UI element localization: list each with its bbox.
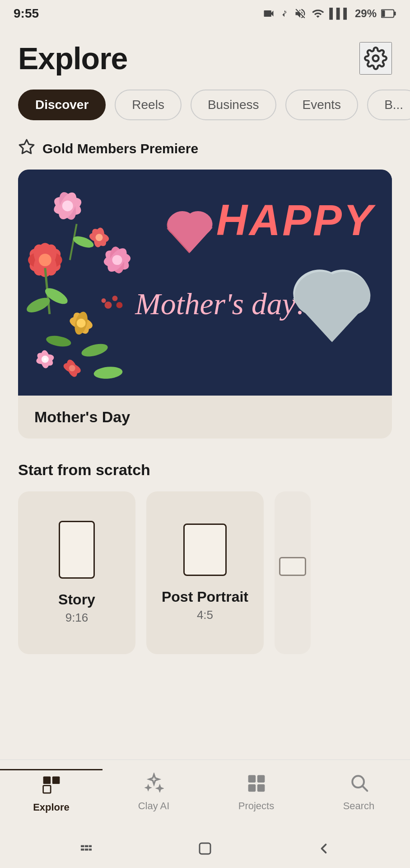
camera-icon [262,7,275,20]
search-icon [349,773,369,797]
tab-business[interactable]: Business [191,90,276,120]
portrait-rect [183,524,227,576]
status-time: 9:55 [14,6,39,21]
svg-text:Mother's day!: Mother's day! [135,287,306,321]
mothers-day-scene: HAPPY Mother's day! [18,170,392,396]
battery-icon [381,8,396,19]
page-title: Explore [18,41,127,76]
wifi-icon [311,7,325,20]
gear-icon [364,47,387,70]
svg-point-34 [102,298,106,303]
gold-section-header: Gold Members Premiere [18,138,392,159]
settings-button[interactable] [359,42,392,75]
system-nav [0,832,410,868]
svg-rect-72 [248,784,256,792]
tab-b[interactable]: B... [367,90,410,120]
back-icon[interactable] [316,840,332,860]
page-header: Explore [18,41,392,76]
svg-marker-4 [19,140,34,153]
scratch-card-story[interactable]: Story 9:16 [18,491,135,654]
portrait-format-icon [183,524,227,576]
svg-rect-67 [43,777,51,784]
svg-rect-76 [81,845,84,847]
tab-events[interactable]: Events [285,90,359,120]
signal-icon: ▌▌▌ [329,8,350,19]
bluetooth-icon [280,7,289,20]
svg-text:HAPPY: HAPPY [216,196,376,244]
svg-rect-73 [257,784,265,792]
svg-point-32 [112,296,117,301]
svg-rect-80 [85,849,89,851]
svg-point-12 [39,254,51,266]
portrait-ratio: 4:5 [197,608,213,622]
featured-card[interactable]: HAPPY Mother's day! [18,170,392,439]
svg-rect-68 [52,777,59,784]
svg-point-3 [373,56,379,61]
story-format-icon [59,521,95,579]
nav-search-label: Search [343,800,375,812]
nav-projects[interactable]: Projects [205,769,308,812]
svg-rect-78 [89,845,92,847]
scratch-card-landscape[interactable] [275,491,311,654]
svg-point-24 [96,234,103,241]
svg-rect-81 [89,849,92,851]
scratch-card-portrait[interactable]: Post Portrait 4:5 [146,491,264,654]
svg-point-20 [62,200,73,211]
story-rect [59,521,95,579]
status-icons: ▌▌▌ 29% [262,7,396,20]
explore-icon [42,774,61,798]
landscape-rect [279,557,306,576]
nav-explore[interactable]: Explore [0,769,102,813]
nav-projects-label: Projects [238,800,274,812]
projects-icon [247,773,266,797]
story-ratio: 9:16 [65,611,89,625]
svg-point-28 [77,319,86,328]
svg-line-75 [363,786,367,791]
menu-icon[interactable] [78,840,94,860]
svg-rect-69 [43,786,51,793]
main-content: Explore Discover Reels Business Events B… [0,27,410,760]
scratch-section-title: Start from scratch [18,461,392,479]
gold-star-icon [18,138,35,159]
nav-clay-ai[interactable]: Clay AI [102,769,205,812]
nav-explore-label: Explore [33,802,70,813]
featured-image: HAPPY Mother's day! [18,170,392,396]
scratch-cards: Story 9:16 Post Portrait 4:5 [18,491,392,654]
svg-point-45 [69,365,75,372]
portrait-label: Post Portrait [162,589,248,605]
svg-rect-77 [85,845,89,847]
status-bar: 9:55 ▌▌▌ 29% [0,0,410,27]
tab-reels[interactable]: Reels [115,90,182,120]
svg-point-31 [105,302,112,309]
clay-ai-icon [144,773,164,797]
svg-rect-1 [382,10,385,17]
svg-rect-79 [81,849,84,851]
home-icon[interactable] [197,840,213,860]
svg-rect-71 [257,775,265,783]
tab-discover[interactable]: Discover [18,90,106,120]
nav-search[interactable]: Search [308,769,410,812]
svg-point-33 [116,302,122,308]
svg-rect-82 [200,843,210,854]
nav-clay-ai-label: Clay AI [138,800,170,812]
gold-section-title: Gold Members Premiere [42,141,198,156]
story-label: Story [58,591,95,608]
mute-icon [294,7,307,20]
featured-card-label: Mother's Day [18,396,392,439]
category-tabs: Discover Reels Business Events B... [18,90,392,120]
battery-text: 29% [355,7,377,20]
svg-point-50 [44,358,47,361]
svg-rect-2 [394,12,396,16]
svg-rect-70 [248,775,256,783]
landscape-format-icon [279,557,306,576]
svg-point-39 [112,255,122,265]
bottom-nav: Explore Clay AI Projects [0,760,410,832]
